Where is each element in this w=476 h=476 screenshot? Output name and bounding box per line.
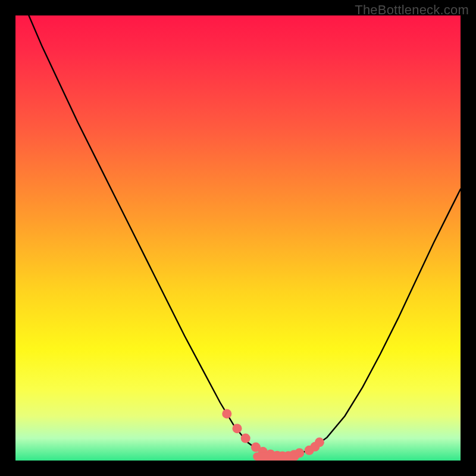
marker-dot [222, 409, 231, 418]
watermark-text: TheBottleneck.com [355, 2, 469, 18]
marker-dot [233, 424, 242, 433]
chart-frame: TheBottleneck.com [0, 0, 476, 476]
bottleneck-curve [29, 15, 461, 456]
chart-svg [15, 15, 461, 461]
marker-dot [315, 437, 324, 447]
marker-dot [241, 434, 250, 443]
chart-plot-area [15, 15, 461, 461]
